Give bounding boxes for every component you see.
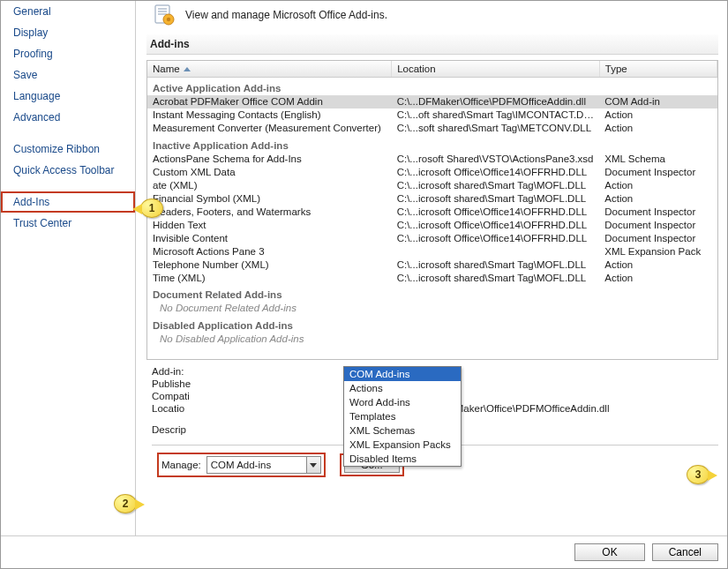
group-header: Active Application Add-ins [147, 78, 717, 95]
sidebar-item-proofing[interactable]: Proofing [1, 43, 135, 64]
annotation-3: 3 [687, 465, 709, 484]
chevron-down-icon[interactable] [306, 457, 320, 473]
addins-icon [152, 4, 176, 26]
table-row[interactable]: Measurement Converter (Measurement Conve… [147, 122, 717, 135]
col-location[interactable]: Location [392, 61, 600, 78]
group-header: Disabled Application Add-ins [147, 315, 717, 333]
table-row[interactable]: Microsoft Actions Pane 3XML Expansion Pa… [147, 244, 717, 258]
annotation-2: 2 [114, 494, 137, 513]
addins-scroll[interactable]: Name Location Type Active Application Ad… [147, 61, 717, 359]
sidebar-item-quick-access-toolbar[interactable]: Quick Access Toolbar [1, 160, 135, 181]
options-sidebar: GeneralDisplayProofingSaveLanguageAdvanc… [1, 1, 136, 535]
manage-group: Manage: COM Add-ins [157, 453, 326, 477]
table-row[interactable]: Financial Symbol (XML)C:\...icrosoft sha… [147, 191, 717, 205]
table-row[interactable]: ate (XML)C:\...icrosoft shared\Smart Tag… [147, 178, 717, 191]
sidebar-item-display[interactable]: Display [1, 22, 135, 43]
header-text: View and manage Microsoft Office Add-ins… [185, 9, 387, 21]
manage-label: Manage: [161, 460, 201, 470]
group-header: Document Related Add-ins [147, 284, 717, 302]
group-header: Inactive Application Add-ins [147, 135, 717, 153]
table-row[interactable]: Custom XML DataC:\...icrosoft Office\Off… [147, 165, 717, 178]
dropdown-option[interactable]: Word Add-ins [344, 395, 461, 409]
manage-dropdown[interactable]: COM Add-insActionsWord Add-insTemplatesX… [343, 366, 462, 467]
dropdown-option[interactable]: COM Add-ins [344, 367, 461, 381]
sidebar-item-language[interactable]: Language [1, 86, 135, 107]
svg-point-5 [167, 18, 170, 21]
dropdown-option[interactable]: XML Expansion Packs [344, 438, 461, 452]
sort-asc-icon [184, 67, 191, 71]
ok-button[interactable]: OK [574, 543, 644, 561]
col-name[interactable]: Name [147, 61, 392, 78]
sidebar-item-customize-ribbon[interactable]: Customize Ribbon [1, 139, 135, 160]
dropdown-option[interactable]: XML Schemas [344, 423, 461, 438]
addins-table: Name Location Type Active Application Ad… [146, 60, 718, 360]
cancel-button[interactable]: Cancel [652, 543, 718, 561]
table-row[interactable]: Headers, Footers, and WatermarksC:\...ic… [147, 205, 717, 218]
annotation-1: 1 [140, 198, 163, 218]
table-row[interactable]: Telephone Number (XML)C:\...icrosoft sha… [147, 258, 717, 271]
sidebar-item-advanced[interactable]: Advanced [1, 107, 135, 128]
table-row[interactable]: Instant Messaging Contacts (English)C:\.… [147, 109, 717, 122]
section-title: Add-ins [146, 34, 718, 55]
dropdown-option[interactable]: Actions [344, 381, 461, 395]
sidebar-item-trust-center[interactable]: Trust Center [1, 213, 135, 234]
table-row[interactable]: Hidden TextC:\...icrosoft Office\Office1… [147, 218, 717, 231]
manage-combobox[interactable]: COM Add-ins [206, 456, 321, 474]
dropdown-option[interactable]: Disabled Items [344, 452, 461, 466]
sidebar-item-general[interactable]: General [1, 1, 135, 22]
dropdown-option[interactable]: Templates [344, 409, 461, 423]
sidebar-item-add-ins[interactable]: Add-Ins [1, 191, 135, 213]
sidebar-item-save[interactable]: Save [1, 64, 135, 86]
table-row[interactable]: Time (XML)C:\...icrosoft shared\Smart Ta… [147, 271, 717, 284]
table-row[interactable]: ActionsPane Schema for Add-InsC:\...roso… [147, 152, 717, 165]
table-row[interactable]: Acrobat PDFMaker Office COM AddinC:\...D… [147, 95, 717, 109]
table-row[interactable]: Invisible ContentC:\...icrosoft Office\O… [147, 231, 717, 244]
col-type[interactable]: Type [599, 61, 717, 78]
